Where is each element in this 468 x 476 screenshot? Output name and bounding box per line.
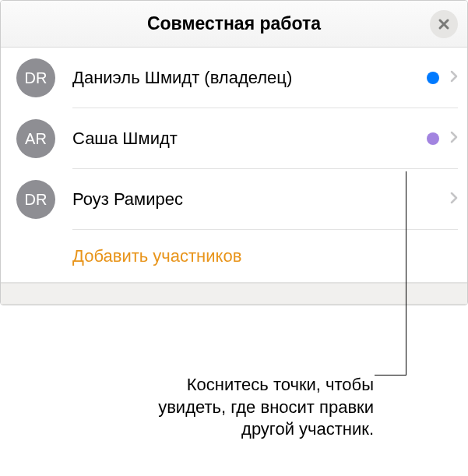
participant-name: Саша Шмидт bbox=[72, 129, 427, 149]
close-icon bbox=[438, 18, 450, 30]
participant-name: Даниэль Шмидт (владелец) bbox=[72, 68, 427, 88]
sheet-footer-bar bbox=[1, 283, 467, 305]
presence-dot[interactable] bbox=[427, 132, 439, 145]
chevron-right-icon bbox=[450, 192, 458, 207]
add-participants-button[interactable]: Добавить участников bbox=[1, 230, 467, 283]
presence-dot[interactable] bbox=[427, 72, 439, 84]
participant-list: DR Даниэль Шмидт (владелец) AR Саша Шмид… bbox=[1, 48, 467, 283]
participant-name: Роуз Рамирес bbox=[72, 189, 450, 210]
close-button[interactable] bbox=[430, 10, 458, 38]
sheet-title: Совместная работа bbox=[147, 13, 321, 34]
avatar: DR bbox=[16, 180, 55, 219]
avatar: AR bbox=[16, 119, 55, 158]
collaboration-sheet: Совместная работа DR Даниэль Шмидт (влад… bbox=[0, 0, 468, 305]
avatar: DR bbox=[16, 58, 55, 97]
callout-text: Коснитесь точки, чтобы увидеть, где внос… bbox=[125, 374, 374, 441]
chevron-right-icon bbox=[450, 131, 458, 146]
add-participants-label: Добавить участников bbox=[72, 246, 241, 266]
participant-row[interactable]: DR Роуз Рамирес bbox=[1, 169, 467, 230]
participant-row[interactable]: DR Даниэль Шмидт (владелец) bbox=[1, 48, 467, 108]
callout-leader bbox=[375, 375, 406, 376]
chevron-right-icon bbox=[450, 70, 458, 86]
sheet-header: Совместная работа bbox=[1, 1, 467, 48]
callout-leader bbox=[406, 171, 406, 376]
participant-row[interactable]: AR Саша Шмидт bbox=[1, 108, 467, 169]
